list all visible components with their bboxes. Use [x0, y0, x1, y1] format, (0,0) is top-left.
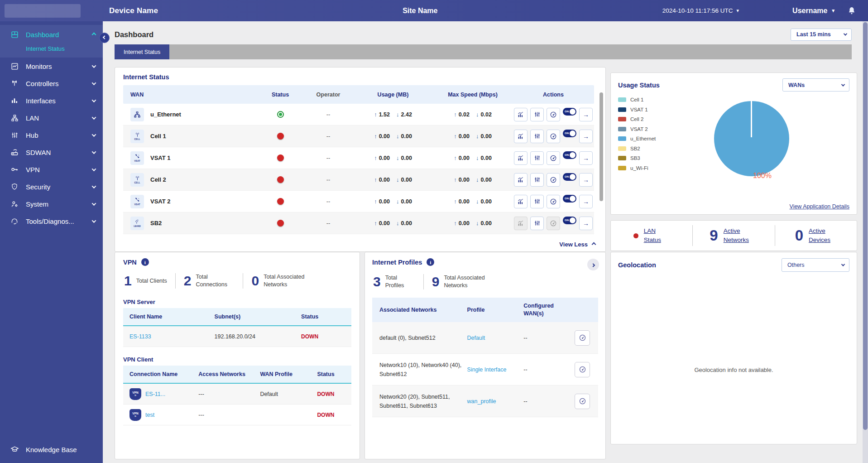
associated-networks-value: Network10 (10), Network40 (40), Subnet61…	[372, 358, 467, 381]
wan-enable-toggle[interactable]: ON	[563, 130, 576, 137]
usage-filter-select[interactable]: WANs	[782, 78, 849, 92]
profiles-stat-total: 3 Total Profiles	[372, 274, 423, 289]
details-arrow-button[interactable]: →	[579, 151, 593, 165]
internet-status-title: Internet Status	[123, 73, 597, 81]
page-scrollbar[interactable]	[863, 21, 868, 463]
speed-test-button[interactable]	[575, 330, 590, 346]
view-application-details-link[interactable]: View Application Details	[790, 203, 849, 210]
vsat-icon: VSAT	[130, 195, 144, 208]
sidebar-item-controllers[interactable]: Controllers	[0, 75, 103, 92]
sidebar-item-security[interactable]: Security	[0, 178, 103, 195]
table-row: VSAT VSAT 1 -- ↑0.00 ↓0.00 ↑0.00 ↓0.00	[123, 147, 594, 169]
vpn-client-row: VPN≈ ES-11... --- Default DOWN	[123, 384, 351, 405]
sliders-button[interactable]	[530, 195, 544, 208]
vpn-connection-name-link[interactable]: ES-11...	[145, 391, 165, 397]
details-arrow-button[interactable]: →	[579, 130, 593, 143]
knowledge-base-link[interactable]: Knowledge Base	[0, 440, 103, 458]
sidebar-item-lan[interactable]: LAN	[0, 109, 103, 126]
speed-test-button[interactable]	[575, 362, 590, 377]
profile-link[interactable]: wan_profile	[467, 398, 496, 405]
active-networks-count: 9	[710, 227, 718, 244]
speed-test-button[interactable]	[547, 173, 560, 187]
chart-button[interactable]	[514, 108, 528, 121]
sliders-button[interactable]	[530, 217, 544, 230]
sliders-button[interactable]	[530, 108, 544, 121]
sidebar-subitem-internet-status[interactable]: Internet Status	[0, 43, 103, 54]
details-arrow-button[interactable]: →	[579, 173, 593, 187]
vpn-client-header: Connection Name Access Networks WAN Prof…	[123, 366, 351, 384]
speed-test-button[interactable]	[575, 394, 590, 409]
wan-profile-value: Default	[260, 391, 317, 397]
profiles-header-row: Associated Networks Profile Configured W…	[372, 298, 598, 322]
col-status: Status	[257, 92, 303, 98]
speed-test-button[interactable]	[547, 151, 560, 165]
profile-link[interactable]: Default	[467, 335, 485, 341]
wan-enable-toggle[interactable]: ON	[563, 108, 576, 116]
chevron-down-icon	[844, 32, 847, 35]
status-down-text: DOWN	[317, 391, 334, 397]
sidebar-item-sdwan[interactable]: SDWAN	[0, 144, 103, 161]
chevron-down-icon	[841, 262, 845, 266]
sliders-button[interactable]	[530, 151, 544, 165]
speed-test-button[interactable]	[547, 130, 560, 143]
wan-enable-toggle[interactable]: ON	[563, 151, 576, 159]
details-arrow-button[interactable]: →	[579, 195, 593, 208]
usage-pie-chart[interactable]: 100%	[714, 101, 789, 176]
sidebar-item-hub[interactable]: Hub	[0, 126, 103, 144]
notifications-button[interactable]	[847, 6, 856, 15]
usage-filter-value: WANs	[788, 82, 805, 88]
wan-enable-toggle[interactable]: ON	[563, 217, 576, 224]
table-scrollbar[interactable]	[599, 92, 603, 201]
legend-item: Cell 2	[618, 116, 656, 122]
legend-item: Cell 1	[618, 97, 656, 102]
active-devices-link[interactable]: Active Devices	[809, 227, 837, 245]
geolocation-filter-select[interactable]: Others	[782, 258, 849, 272]
vsat-icon: VSAT	[130, 151, 144, 165]
user-menu[interactable]: Username ▾	[792, 7, 834, 15]
brand-logo	[5, 4, 81, 18]
sliders-button[interactable]	[530, 173, 544, 187]
sidebar-collapse-button[interactable]	[99, 33, 110, 43]
expand-panel-button[interactable]	[587, 259, 599, 270]
wan-enable-toggle[interactable]: ON	[563, 195, 576, 203]
sidebar-active-group: Dashboard Internet Status	[0, 25, 103, 58]
sidebar-item-system[interactable]: System	[0, 195, 103, 212]
vpn-connection-name-link[interactable]: test	[145, 412, 154, 418]
chevron-down-icon	[92, 63, 96, 68]
profile-link[interactable]: Single Interface	[467, 367, 507, 373]
legend-item: SB3	[618, 155, 656, 161]
speed-test-button[interactable]	[547, 195, 560, 208]
pie-percentage-label: 100%	[753, 172, 772, 180]
active-networks-link[interactable]: Active Networks	[724, 227, 758, 245]
chart-button[interactable]	[514, 173, 528, 187]
wan-name: Cell 2	[150, 176, 166, 183]
sliders-button[interactable]	[530, 130, 544, 143]
scrollbar-thumb[interactable]	[863, 22, 868, 430]
sidebar-item-label: SDWAN	[26, 149, 92, 156]
sidebar-item-dashboard[interactable]: Dashboard	[0, 26, 103, 43]
chart-button[interactable]	[514, 130, 528, 143]
info-icon[interactable]: i	[141, 258, 149, 266]
status-down-text: DOWN	[317, 412, 334, 418]
device-name: Device Name	[109, 6, 158, 15]
sidebar-item-monitors[interactable]: Monitors	[0, 58, 103, 75]
speed-test-button[interactable]	[547, 108, 560, 121]
lan-status-link[interactable]: LAN Status	[644, 227, 670, 245]
time-range-select[interactable]: Last 15 mins	[791, 29, 852, 41]
details-arrow-button[interactable]: →	[579, 108, 593, 121]
tab-internet-status[interactable]: Internet Status	[115, 44, 169, 59]
details-arrow-button[interactable]: →	[579, 217, 593, 230]
chart-button[interactable]	[514, 195, 528, 208]
view-less-link[interactable]: View Less	[559, 241, 595, 248]
chart-button[interactable]	[514, 151, 528, 165]
ethernet-icon	[130, 108, 144, 121]
datetime-dropdown[interactable]: 2024-10-10 11:17:56 UTC ▾	[662, 7, 739, 14]
operator-value: --	[303, 176, 353, 183]
info-icon[interactable]: i	[427, 258, 434, 266]
sidebar-item-vpn[interactable]: VPN	[0, 161, 103, 178]
sidebar-item-tools-diagnostics[interactable]: Tools/Diagnos...	[0, 212, 103, 230]
wan-enable-toggle[interactable]: ON	[563, 173, 576, 181]
profiles-stat-networks: 9 Total Associated Networks	[423, 274, 506, 289]
sidebar-item-interfaces[interactable]: Interfaces	[0, 92, 103, 109]
vpn-client-name-link[interactable]: ES-1133	[129, 333, 151, 340]
